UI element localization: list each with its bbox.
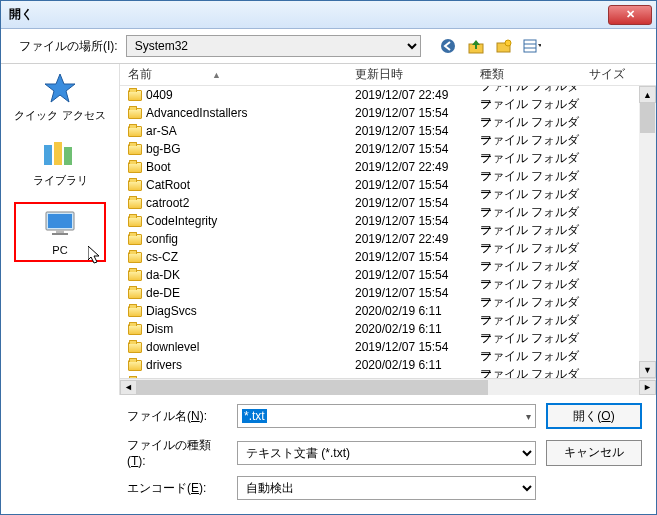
item-name: da-DK <box>146 268 180 282</box>
item-name: CodeIntegrity <box>146 214 217 228</box>
item-date: 2019/12/07 15:54 <box>355 142 480 156</box>
item-name: catroot2 <box>146 196 189 210</box>
bottom-panel: ファイル名(N): *.txt ▾ 開く(O) ファイルの種類(T): テキスト… <box>1 395 656 514</box>
filename-label: ファイル名(N): <box>127 408 227 425</box>
place-label: ライブラリ <box>33 173 88 188</box>
filename-value: *.txt <box>242 409 267 423</box>
item-date: 2020/02/19 6:11 <box>355 304 480 318</box>
item-date: 2020/02/19 6:11 <box>355 322 480 336</box>
vertical-scrollbar[interactable]: ▲ ▼ <box>639 86 656 378</box>
place-label: PC <box>52 244 67 256</box>
filetype-label: ファイルの種類(T): <box>127 437 227 468</box>
folder-icon <box>128 306 142 317</box>
item-name: de-DE <box>146 286 180 300</box>
encoding-select[interactable]: 自動検出 <box>237 476 536 500</box>
item-date: 2019/12/07 15:54 <box>355 214 480 228</box>
item-name: bg-BG <box>146 142 181 156</box>
views-icon[interactable] <box>523 37 541 55</box>
encoding-label: エンコード(E): <box>127 480 227 497</box>
col-name[interactable]: 名前 <box>128 66 152 83</box>
place-label: クイック アクセス <box>14 108 105 123</box>
location-select[interactable]: System32 <box>126 35 421 57</box>
vscroll-thumb[interactable] <box>640 103 655 133</box>
filetype-select[interactable]: テキスト文書 (*.txt) <box>237 441 536 465</box>
location-label: ファイルの場所(I): <box>19 38 118 55</box>
folder-icon <box>128 324 142 335</box>
scroll-left-icon[interactable]: ◄ <box>120 380 137 395</box>
cancel-button[interactable]: キャンセル <box>546 440 642 466</box>
item-date: 2019/12/07 15:54 <box>355 340 480 354</box>
item-kind: ファイル フォルダー <box>480 366 585 378</box>
folder-icon <box>128 234 142 245</box>
file-list-area: 名前▲ 更新日時 種類 サイズ 04092019/12/07 22:49ファイル… <box>119 64 656 395</box>
item-date: 2019/12/07 15:54 <box>355 178 480 192</box>
filename-input[interactable]: *.txt ▾ <box>237 404 536 428</box>
item-date: 2019/12/07 15:54 <box>355 106 480 120</box>
open-file-dialog: 開く ✕ ファイルの場所(I): System32 <box>0 0 657 515</box>
folder-icon <box>128 108 142 119</box>
col-kind[interactable]: 種類 <box>480 66 585 83</box>
pc-icon <box>40 208 80 240</box>
folder-icon <box>128 126 142 137</box>
item-date: 2019/12/07 22:49 <box>355 160 480 174</box>
item-name: drivers <box>146 358 182 372</box>
col-date[interactable]: 更新日時 <box>355 66 480 83</box>
item-name: config <box>146 232 178 246</box>
item-date: 2019/12/07 22:49 <box>355 88 480 102</box>
folder-icon <box>128 162 142 173</box>
new-folder-icon[interactable] <box>495 37 513 55</box>
svg-point-0 <box>441 39 455 53</box>
folder-icon <box>128 90 142 101</box>
libraries-icon <box>40 137 80 169</box>
sort-indicator-icon: ▲ <box>212 70 221 80</box>
close-icon: ✕ <box>626 8 635 21</box>
place-quick-access[interactable]: クイック アクセス <box>14 72 106 123</box>
folder-icon <box>128 378 142 379</box>
close-button[interactable]: ✕ <box>608 5 652 25</box>
svg-rect-12 <box>48 214 72 228</box>
item-date: 2019/12/07 15:54 <box>355 268 480 282</box>
quick-access-icon <box>40 72 80 104</box>
column-headers[interactable]: 名前▲ 更新日時 種類 サイズ <box>120 64 656 86</box>
item-name: Boot <box>146 160 171 174</box>
up-one-level-icon[interactable] <box>467 37 485 55</box>
scroll-right-icon[interactable]: ► <box>639 380 656 395</box>
folder-icon <box>128 270 142 281</box>
folder-icon <box>128 198 142 209</box>
item-date: 2019/12/07 15:54 <box>355 250 480 264</box>
back-icon[interactable] <box>439 37 457 55</box>
places-bar: クイック アクセス ライブラリ PC <box>1 64 119 395</box>
location-row: ファイルの場所(I): System32 <box>1 29 656 63</box>
svg-rect-9 <box>54 142 62 165</box>
svg-rect-8 <box>44 145 52 165</box>
hscroll-thumb[interactable] <box>137 380 488 395</box>
horizontal-scrollbar[interactable]: ◄ ► <box>120 378 656 395</box>
scroll-up-icon[interactable]: ▲ <box>639 86 656 103</box>
folder-icon <box>128 360 142 371</box>
open-button[interactable]: 開く(O) <box>546 403 642 429</box>
folder-icon <box>128 342 142 353</box>
item-name: downlevel <box>146 340 199 354</box>
item-date: 2019/12/07 15:54 <box>355 124 480 138</box>
item-name: cs-CZ <box>146 250 178 264</box>
place-libraries[interactable]: ライブラリ <box>14 137 106 188</box>
chevron-down-icon[interactable]: ▾ <box>526 411 531 422</box>
item-name: 0409 <box>146 88 173 102</box>
item-date: 2020/02/19 6:11 <box>355 358 480 372</box>
folder-icon <box>128 216 142 227</box>
scroll-down-icon[interactable]: ▼ <box>639 361 656 378</box>
svg-rect-14 <box>52 233 68 235</box>
col-size[interactable]: サイズ <box>585 66 625 83</box>
item-name: Dism <box>146 322 173 336</box>
folder-icon <box>128 252 142 263</box>
item-date: 2019/12/07 22:49 <box>355 232 480 246</box>
folder-icon <box>128 288 142 299</box>
place-pc[interactable]: PC <box>14 202 106 262</box>
item-date: 2019/12/07 15:54 <box>355 286 480 300</box>
folder-icon <box>128 180 142 191</box>
window-title: 開く <box>9 6 33 23</box>
cursor-icon <box>88 246 104 266</box>
item-name: ar-SA <box>146 124 177 138</box>
item-name: DiagSvcs <box>146 304 197 318</box>
svg-marker-7 <box>45 74 75 102</box>
